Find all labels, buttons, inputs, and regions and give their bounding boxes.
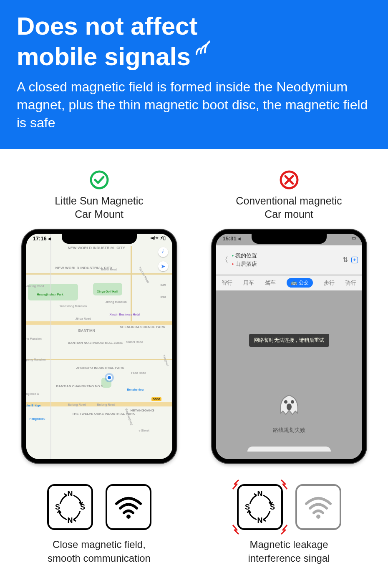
svg-point-9 [126,515,131,519]
feature-good-caption: Close magnetic field,smooth communicatio… [48,538,151,565]
transport-tabs: 智行 用车 驾车 🚌 公交 步行 骑行 [216,275,362,290]
column-good: Little Sun MagneticCar Mount 17:16 ◂ ••ı… [13,170,186,463]
svg-point-2 [284,400,287,404]
svg-text:N: N [67,490,73,498]
map-view: NEW WORLD INDUSTRIAL CITY NEW WORLD INDU… [26,234,172,459]
spark-icon [231,524,242,535]
signal-icon [195,40,210,58]
screen-right: 15:31 ◂ ▭ 〈 我的位置 山居酒店 ⇅ + [216,234,362,459]
banner-title: Does not affect mobile signals [17,13,371,71]
column-bad: Conventional magneticCar mount 15:31 ◂ ▭… [202,170,375,463]
feature-icons-row: N S S N [0,480,388,582]
tab-item[interactable]: 智行 [222,279,232,287]
route-points: 我的位置 山居酒店 [232,252,257,268]
retry-sheet[interactable] [247,447,331,452]
banner-subtitle: A closed magnetic field is formed inside… [17,78,371,132]
network-toast: 网络暂时无法连接，请稍后重试 [249,334,329,347]
hero-banner: Does not affect mobile signals A closed … [0,0,388,149]
svg-point-14 [316,515,320,519]
spark-icon [278,524,289,535]
nav-header: 〈 我的位置 山居酒店 ⇅ + [216,245,362,275]
origin-label[interactable]: 我的位置 [232,252,257,260]
tab-item-active[interactable]: 🚌 公交 [287,278,312,288]
spark-icon [231,479,242,490]
phone-left: 17:16 ◂ ••ıl ᯤ ⚡︎▯ NEW WORLD I [22,230,176,463]
tab-item[interactable]: 步行 [324,279,335,287]
feature-good: N S S N [13,484,186,565]
feature-bad: N S S N [202,484,375,565]
closed-field-icon: N S S N [47,484,93,530]
wifi-weak-icon [295,484,341,530]
tab-item[interactable]: 骑行 [345,279,356,287]
wifi-strong-icon [106,484,151,530]
svg-text:N: N [257,516,262,525]
screen-left: 17:16 ◂ ••ıl ᯤ ⚡︎▯ NEW WORLD I [26,234,172,459]
dimmed-screen: 15:31 ◂ ▭ 〈 我的位置 山居酒店 ⇅ + [216,234,362,459]
svg-text:N: N [257,490,262,498]
svg-point-0 [91,172,108,188]
tab-item[interactable]: 驾车 [265,279,276,287]
tab-item[interactable]: 用车 [243,279,254,287]
feature-bad-caption: Magnetic leakageinterference singal [248,538,330,565]
phone-right: 15:31 ◂ ▭ 〈 我的位置 山居酒店 ⇅ + [212,230,366,463]
right-title: Conventional magneticCar mount [236,194,342,221]
swap-icon[interactable]: ⇅ [343,256,348,264]
notch [252,234,327,244]
notch [62,234,137,244]
fail-message: 路线规划失败 [216,426,362,434]
add-stop-icon[interactable]: + [351,257,358,263]
comparison-row: Little Sun MagneticCar Mount 17:16 ◂ ••ı… [0,149,388,480]
info-button[interactable]: i [158,247,168,257]
svg-text:S: S [55,503,60,511]
status-icons: ▭ [352,235,355,244]
ghost-icon [277,390,302,417]
location-dot [106,375,112,381]
svg-point-4 [287,404,292,410]
spark-icon [278,479,289,490]
left-title: Little Sun MagneticCar Mount [55,194,144,221]
svg-point-3 [291,400,294,404]
leaky-field-icon: N S S N [237,484,283,530]
dest-label[interactable]: 山居酒店 [232,260,257,268]
check-icon [89,170,109,190]
status-icons: ••ıl ᯤ ⚡︎▯ [151,235,166,244]
cross-icon [279,170,299,190]
svg-text:N: N [67,516,73,525]
locate-button[interactable]: ➤ [158,261,168,271]
back-icon[interactable]: 〈 [220,254,229,265]
svg-text:S: S [244,503,249,511]
